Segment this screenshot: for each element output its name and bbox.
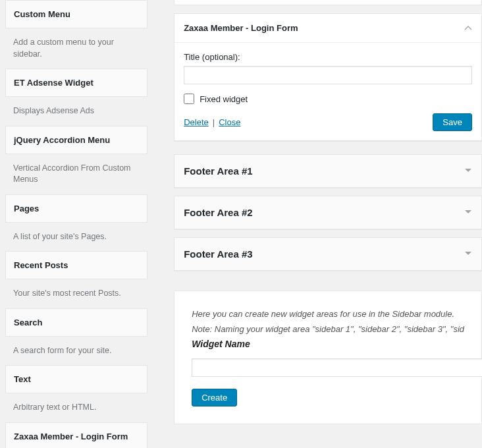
create-button[interactable]: Create <box>192 389 237 406</box>
widget-desc: A list of your site's Pages. <box>5 223 147 252</box>
available-widget[interactable]: Custom Menu Add a custom menu to your si… <box>5 0 147 69</box>
widget-title[interactable]: Pages <box>5 194 147 223</box>
widget-area-header[interactable]: Footer Area #1 <box>174 155 481 187</box>
widget-area[interactable]: Footer Area #3 <box>174 237 482 271</box>
create-hint-line1: Here you can create new widget areas for… <box>192 308 464 321</box>
title-field-input[interactable] <box>184 66 472 84</box>
widget-name-label: Widget Name <box>192 339 464 349</box>
collapse-up-icon[interactable] <box>464 24 472 32</box>
delete-link[interactable]: Delete <box>184 117 209 127</box>
placed-widget-open: Zaxaa Member - Login Form Title (optiona… <box>174 13 482 141</box>
widget-area[interactable]: Footer Area #2 <box>174 196 482 229</box>
widget-area-title: Footer Area #1 <box>184 165 252 177</box>
widget-title[interactable]: Custom Menu <box>5 0 147 28</box>
widget-desc: Add a custom menu to your sidebar. <box>5 28 147 69</box>
widget-name-input[interactable] <box>192 358 482 377</box>
create-hint-line2: Note: Naming your widget area "sidebar 1… <box>192 323 464 336</box>
widget-area-header[interactable]: Footer Area #2 <box>174 196 481 229</box>
create-widget-area-panel: Here you can create new widget areas for… <box>174 291 482 424</box>
fixed-widget-label: Fixed widget <box>200 94 248 104</box>
available-widget[interactable]: Zaxaa Member - Login Form Drag n drop th… <box>5 422 147 449</box>
fixed-widget-checkbox[interactable] <box>184 94 194 104</box>
separator: | <box>213 117 215 127</box>
widget-desc: Vertical Accordion From Custom Menus <box>5 154 147 194</box>
chevron-down-icon[interactable] <box>464 249 472 259</box>
title-field-label: Title (optional): <box>184 52 472 62</box>
widget-title[interactable]: Zaxaa Member - Login Form <box>5 422 147 449</box>
sidebar-area-top-edge <box>174 0 482 5</box>
close-link[interactable]: Close <box>219 117 240 127</box>
widget-desc: A search form for your site. <box>5 337 147 366</box>
available-widget[interactable]: Pages A list of your site's Pages. <box>5 194 147 252</box>
save-button[interactable]: Save <box>433 113 472 131</box>
widget-title[interactable]: Recent Posts <box>5 251 147 279</box>
widget-area-title: Footer Area #3 <box>184 248 252 260</box>
widget-area[interactable]: Footer Area #1 <box>174 154 482 188</box>
widget-title[interactable]: Text <box>5 365 147 393</box>
widget-header[interactable]: Zaxaa Member - Login Form <box>174 14 481 42</box>
available-widgets-column: Custom Menu Add a custom menu to your si… <box>0 0 154 448</box>
widget-title[interactable]: Search <box>5 308 147 337</box>
widget-desc: Displays Adsense Ads <box>5 97 147 126</box>
widget-title[interactable]: jQuery Accordion Menu <box>5 126 147 154</box>
widget-area-header[interactable]: Footer Area #3 <box>174 238 481 270</box>
available-widget[interactable]: ET Adsense Widget Displays Adsense Ads <box>5 69 147 126</box>
fixed-widget-row[interactable]: Fixed widget <box>184 94 472 104</box>
available-widget[interactable]: Search A search form for your site. <box>5 308 147 366</box>
widget-body: Title (optional): Fixed widget Delete | … <box>174 42 481 140</box>
available-widget[interactable]: jQuery Accordion Menu Vertical Accordion… <box>5 126 147 194</box>
widget-actions: Delete | Close Save <box>184 113 472 131</box>
available-widget[interactable]: Text Arbitrary text or HTML. <box>5 365 147 422</box>
sidebar-areas-column: Zaxaa Member - Login Form Title (optiona… <box>154 0 482 448</box>
widget-desc: Arbitrary text or HTML. <box>5 393 147 422</box>
chevron-down-icon[interactable] <box>464 208 472 217</box>
widget-header-title: Zaxaa Member - Login Form <box>184 23 298 33</box>
chevron-down-icon[interactable] <box>464 166 472 176</box>
widget-title[interactable]: ET Adsense Widget <box>5 69 147 97</box>
available-widget[interactable]: Recent Posts Your site's most recent Pos… <box>5 251 147 308</box>
widget-area-title: Footer Area #2 <box>184 207 252 218</box>
widget-desc: Your site's most recent Posts. <box>5 279 147 308</box>
